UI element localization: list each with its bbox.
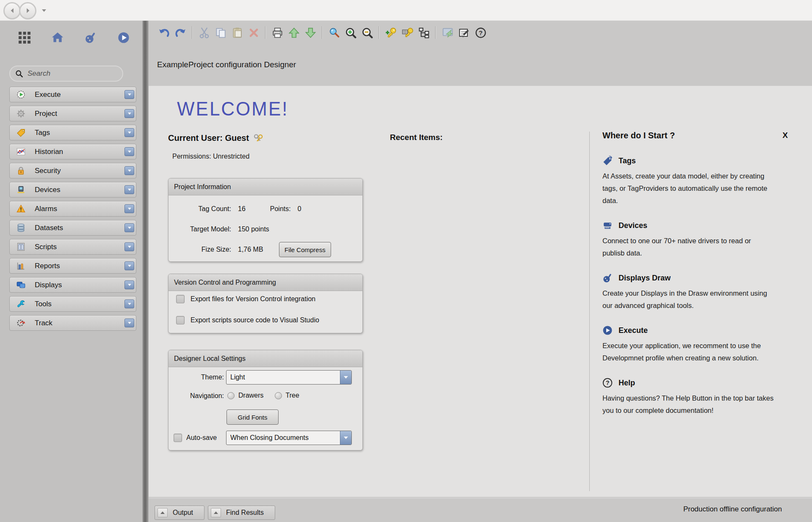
- sidebar-item-dropdown[interactable]: [124, 204, 134, 213]
- hierarchy-button[interactable]: [418, 26, 430, 39]
- run-monitor-button[interactable]: [442, 26, 453, 39]
- start-section-header: Devices: [602, 220, 790, 231]
- device-blue-icon: [602, 220, 613, 231]
- output-tab[interactable]: Output: [155, 506, 204, 520]
- redo-icon: [175, 27, 186, 38]
- notes-icon: [458, 27, 470, 38]
- sidebar-item-displays[interactable]: Displays: [9, 277, 136, 293]
- search-blue-icon: [329, 27, 340, 38]
- sidebar-item-alarms[interactable]: Alarms: [9, 201, 136, 217]
- sidebar-search[interactable]: [9, 66, 123, 82]
- navigation-radio-drawers[interactable]: Drawers: [227, 392, 264, 399]
- sidebar-item-dropdown[interactable]: [124, 128, 134, 137]
- draw-icon[interactable]: [85, 32, 97, 44]
- start-section-title: Execute: [619, 326, 648, 335]
- autosave-checkbox[interactable]: [174, 434, 182, 442]
- print-icon: [272, 27, 283, 38]
- start-section-text: Create your Displays in the Drasw enviro…: [602, 287, 774, 312]
- help-button[interactable]: ?: [475, 26, 486, 39]
- autosave-select[interactable]: When Closing Documents: [226, 431, 352, 445]
- sidebar-item-dropdown[interactable]: [124, 185, 134, 194]
- grid-fonts-button[interactable]: Grid Fonts: [226, 409, 279, 425]
- sidebar-item-scripts[interactable]: Scripts: [9, 239, 136, 255]
- zoom-out-button[interactable]: [361, 26, 373, 39]
- radio-label: Tree: [286, 392, 299, 399]
- dropdown-button[interactable]: [340, 431, 351, 445]
- zoom-in-button[interactable]: [345, 26, 356, 39]
- print-button[interactable]: [271, 26, 283, 39]
- sidebar-item-dropdown[interactable]: [124, 299, 134, 308]
- delete-button[interactable]: [248, 26, 260, 39]
- find-button[interactable]: [328, 26, 340, 39]
- dropdown-button[interactable]: [340, 371, 351, 384]
- key-table-button[interactable]: [401, 26, 413, 39]
- sidebar-item-dropdown[interactable]: [124, 147, 134, 156]
- sidebar-item-dropdown[interactable]: [124, 166, 134, 175]
- checkbox[interactable]: [176, 316, 185, 324]
- close-button[interactable]: X: [782, 131, 790, 140]
- release-notes-button[interactable]: [458, 26, 470, 39]
- toolbar-separator: [192, 26, 193, 39]
- sidebar-item-datasets[interactable]: Datasets: [9, 220, 136, 236]
- forward-button[interactable]: [19, 2, 36, 19]
- sidebar-item-label: Scripts: [35, 243, 57, 251]
- sidebar-item-project[interactable]: Project: [9, 106, 136, 121]
- toolbar-separator: [435, 26, 436, 39]
- grid-icon[interactable]: [19, 32, 30, 44]
- theme-select[interactable]: Light: [226, 370, 352, 385]
- sidebar-item-label: Track: [35, 319, 52, 327]
- paste-button[interactable]: [231, 26, 243, 39]
- move-down-button[interactable]: [304, 26, 316, 39]
- sidebar-item-historian[interactable]: Historian: [9, 144, 136, 159]
- copy-button[interactable]: [215, 26, 226, 39]
- export-scripts-option: Export scripts source code to Visual Stu…: [176, 315, 362, 325]
- sidebar-item-reports[interactable]: Reports: [9, 258, 136, 274]
- file-size-row: Fize Size: 1,76 MB: [168, 245, 362, 254]
- history-nav-controls: [3, 1, 46, 20]
- sidebar-item-dropdown[interactable]: [124, 90, 134, 99]
- sidebar-item-dropdown[interactable]: [124, 261, 134, 270]
- sidebar-item-execute[interactable]: Execute: [9, 87, 136, 102]
- sidebar-item-label: Project: [35, 110, 57, 118]
- sidebar-item-track[interactable]: Track: [9, 315, 136, 331]
- cut-button[interactable]: [198, 26, 210, 39]
- sidebar-item-dropdown[interactable]: [124, 109, 134, 118]
- back-button[interactable]: [3, 2, 21, 19]
- checkbox[interactable]: [176, 295, 185, 303]
- redo-button[interactable]: [174, 26, 186, 39]
- history-dropdown-icon[interactable]: [42, 9, 46, 12]
- sidebar-item-security[interactable]: Security: [9, 163, 136, 179]
- tag-count-row: Tag Count: 16 Points: 0: [168, 205, 362, 213]
- file-size-label: Fize Size:: [168, 245, 231, 254]
- sidebar-item-dropdown[interactable]: [124, 242, 134, 251]
- file-compress-button[interactable]: File Compress: [279, 242, 331, 257]
- add-key-button[interactable]: [385, 26, 397, 39]
- sidebar-item-dropdown[interactable]: [124, 223, 134, 232]
- start-section-text: Execute your application, we recomment t…: [602, 340, 774, 364]
- move-up-button[interactable]: [288, 26, 300, 39]
- find-results-tab[interactable]: Find Results: [208, 506, 275, 520]
- group-box-header: Project Information: [168, 179, 362, 195]
- start-panel-sections: Tags At Assets, create your data model, …: [602, 156, 790, 417]
- current-user-text: Current User: Guest: [168, 133, 249, 143]
- sidebar-item-devices[interactable]: Devices: [9, 182, 136, 198]
- welcome-page: WELCOME! Current User: Guest Permissions…: [149, 86, 812, 497]
- sidebar-item-dropdown[interactable]: [124, 280, 134, 289]
- sidebar-item-tools[interactable]: Tools: [9, 296, 136, 312]
- chevron-down-icon: [128, 246, 131, 248]
- sidebar-item-tags[interactable]: Tags: [9, 125, 136, 140]
- arrow-down-icon: [305, 27, 316, 38]
- main-area: ? ExampleProject configuration Designer …: [149, 21, 812, 522]
- sidebar: Execute Project Tags Historian Security …: [0, 21, 142, 522]
- navigation-radio-tree[interactable]: Tree: [275, 392, 299, 399]
- tag-count-label: Tag Count:: [168, 205, 231, 213]
- play-icon[interactable]: [118, 32, 130, 44]
- datasets-icon: [17, 223, 25, 232]
- splitter-handle[interactable]: [142, 21, 149, 522]
- home-icon[interactable]: [52, 32, 64, 44]
- copy-icon: [215, 27, 226, 38]
- key-table-icon: [402, 27, 413, 38]
- sidebar-item-dropdown[interactable]: [124, 319, 134, 327]
- search-input[interactable]: [28, 69, 117, 78]
- undo-button[interactable]: [158, 26, 170, 39]
